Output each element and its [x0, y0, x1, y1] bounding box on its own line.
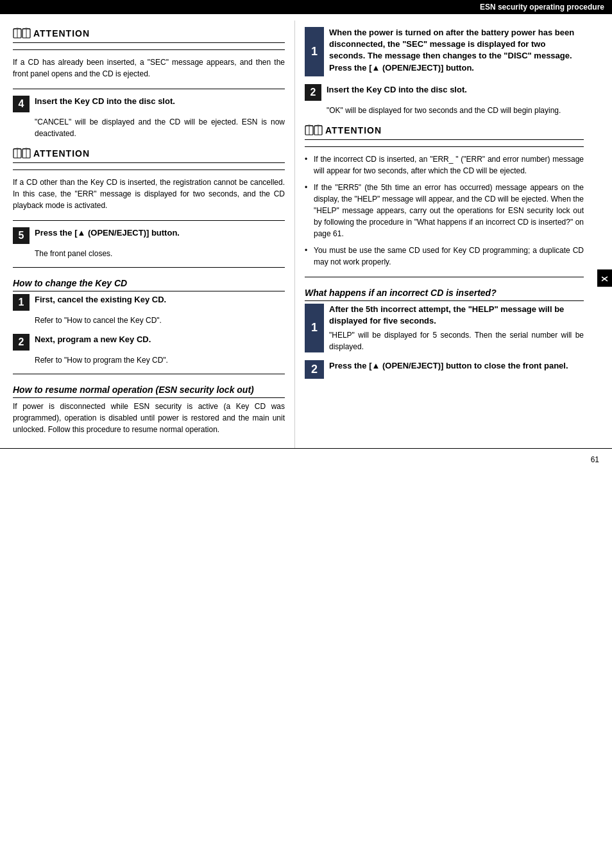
attention-3-bullet-3: You must be use the same CD used for Key… [305, 245, 584, 268]
step-4-body: "CANCEL" will be displayed and the CD wi… [35, 116, 285, 139]
attention-label-1: ATTENTION [33, 28, 90, 39]
section-resume-title: How to resume normal operation (ESN secu… [13, 385, 285, 398]
section3-step2-title: Press the [▲ (OPEN/EJECT)] button to clo… [329, 360, 584, 372]
right-step-2-number: 2 [305, 84, 321, 101]
attention-label-3: ATTENTION [325, 125, 382, 135]
step-4-title: Insert the Key CD into the disc slot. [35, 96, 175, 107]
section1-step2: 2 Next, program a new Key CD. Refer to "… [13, 334, 285, 366]
book-icon-2 [13, 147, 31, 160]
section-change-keyed-title: How to change the Key CD [13, 278, 285, 291]
page-number: 61 [0, 448, 612, 471]
header-title: ESN security operating procedure [480, 3, 604, 12]
section1-step2-number: 2 [13, 334, 30, 351]
attention-3-bullet-2: If the "ERR5" (the 5th time an error has… [305, 182, 584, 239]
attention-block-1: ATTENTION If a CD has already been inser… [13, 27, 285, 80]
right-step-2: 2 Insert the Key CD into the disc slot. … [305, 84, 584, 116]
section3-step1-body: "HELP" will be displayed for 5 seconds. … [329, 329, 584, 352]
page-container: ESN security operating procedure X [0, 0, 612, 868]
section3-step1-content: After the 5th incorrect attempt, the "HE… [329, 304, 584, 352]
section1-step1-header: 1 First, cancel the existing Key CD. [13, 294, 285, 311]
section1-step1: 1 First, cancel the existing Key CD. Ref… [13, 294, 285, 326]
section1-step1-number: 1 [13, 294, 30, 311]
attention-3-list: If the incorrect CD is inserted, an "ERR… [305, 153, 584, 268]
right-step-1-content: When the power is turned on after the ba… [329, 27, 584, 76]
right-step-1: 1 When the power is turned on after the … [305, 27, 584, 76]
step-4-number: 4 [13, 96, 30, 112]
step-4-header: 4 Insert the Key CD into the disc slot. [13, 96, 285, 112]
attention-label-2: ATTENTION [33, 148, 90, 159]
section1-step2-title: Next, program a new Key CD. [35, 334, 151, 345]
right-step-2-header: 2 Insert the Key CD into the disc slot. [305, 84, 584, 101]
right-step-1-title: When the power is turned on after the ba… [329, 27, 584, 74]
header-bar: ESN security operating procedure [0, 0, 612, 14]
attention-title-1: ATTENTION [13, 27, 285, 43]
step-5-header: 5 Press the [▲ (OPEN/EJECT)] button. [13, 227, 285, 244]
step-5: 5 Press the [▲ (OPEN/EJECT)] button. The… [13, 227, 285, 259]
step-5-body: The front panel closes. [35, 248, 285, 259]
section1-step1-title: First, cancel the existing Key CD. [35, 294, 166, 306]
content-wrapper: ATTENTION If a CD has already been inser… [0, 14, 612, 448]
attention-block-3: ATTENTION If the incorrect CD is inserte… [305, 124, 584, 268]
section1-step2-header: 2 Next, program a new Key CD. [13, 334, 285, 351]
section3-step2-number: 2 [305, 360, 324, 379]
book-icon-3 [305, 124, 323, 137]
attention-title-2: ATTENTION [13, 147, 285, 163]
attention-title-3: ATTENTION [305, 124, 584, 140]
book-icon-1 [13, 27, 31, 40]
step-5-number: 5 [13, 227, 30, 244]
side-tab: X [597, 270, 612, 287]
attention-block-2: ATTENTION If a CD other than the Key CD … [13, 147, 285, 211]
step-4: 4 Insert the Key CD into the disc slot. … [13, 96, 285, 139]
section3-step2: 2 Press the [▲ (OPEN/EJECT)] button to c… [305, 360, 584, 379]
section3-step1: 1 After the 5th incorrect attempt, the "… [305, 304, 584, 352]
step-5-title: Press the [▲ (OPEN/EJECT)] button. [35, 227, 180, 239]
right-column: 1 When the power is turned on after the … [295, 21, 597, 448]
left-column: ATTENTION If a CD has already been inser… [0, 21, 295, 448]
section1-step2-body: Refer to "How to program the Key CD". [35, 354, 285, 366]
section3-step1-number: 1 [305, 304, 324, 352]
section-resume-body: If power is disconnected while ESN secur… [13, 401, 285, 435]
attention-body-1: If a CD has already been inserted, a "SE… [13, 56, 285, 80]
right-step-2-body: "OK" will be displayed for two seconds a… [327, 105, 584, 116]
attention-body-2: If a CD other than the Key CD is inserte… [13, 177, 285, 211]
attention-3-bullet-1: If the incorrect CD is inserted, an "ERR… [305, 153, 584, 177]
section3-step2-content: Press the [▲ (OPEN/EJECT)] button to clo… [329, 360, 584, 374]
right-step-2-title: Insert the Key CD into the disc slot. [327, 84, 467, 96]
section3-title: What happens if an incorrect CD is inser… [305, 288, 584, 301]
section1-step1-body: Refer to "How to cancel the Key CD". [35, 315, 285, 326]
right-step-1-number: 1 [305, 27, 324, 76]
section3-step1-title: After the 5th incorrect attempt, the "HE… [329, 304, 584, 327]
